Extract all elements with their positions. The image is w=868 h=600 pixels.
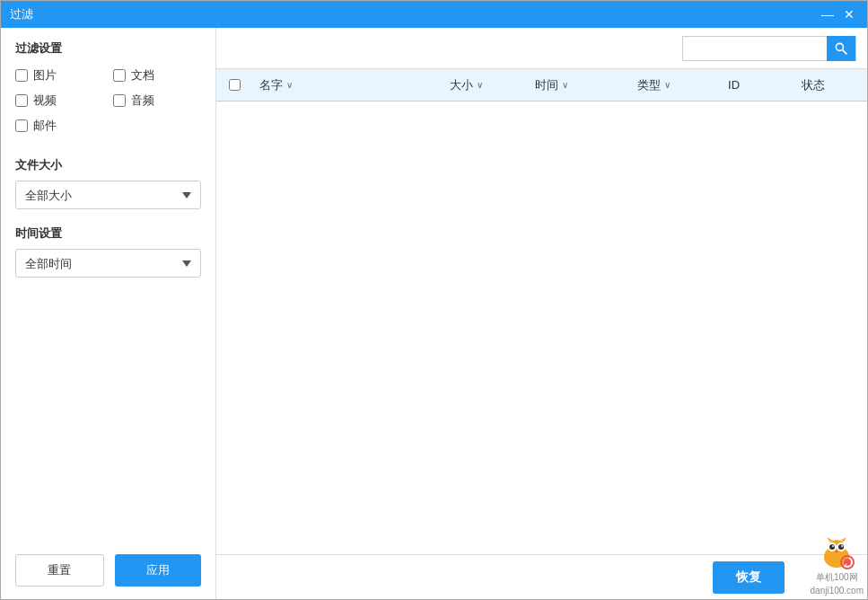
window-controls: — ✕	[819, 5, 858, 23]
apply-button[interactable]: 应用	[115, 554, 202, 587]
checkbox-image[interactable]: 图片	[15, 67, 104, 84]
checkbox-mail[interactable]: 邮件	[15, 118, 104, 134]
checkbox-image-label: 图片	[33, 67, 57, 84]
th-time[interactable]: 时间 ∨	[528, 77, 630, 93]
minimize-button[interactable]: —	[819, 5, 837, 23]
svg-marker-12	[840, 537, 846, 542]
svg-text:+: +	[845, 561, 848, 567]
th-size-chevron: ∨	[477, 80, 483, 90]
table-body	[216, 101, 867, 554]
th-size-label: 大小	[450, 77, 473, 93]
window-title: 过滤	[10, 6, 819, 22]
file-size-select[interactable]: 全部大小 小于1MB 1MB-10MB 大于10MB	[15, 181, 201, 209]
th-name-label: 名字	[259, 77, 283, 93]
svg-point-9	[841, 545, 843, 547]
checkbox-audio-input[interactable]	[113, 94, 126, 107]
content-area: 过滤设置 图片 文档 视频 音频	[1, 28, 867, 599]
watermark-icon: +	[817, 537, 856, 569]
th-type-label: 类型	[637, 77, 661, 93]
select-all-checkbox[interactable]	[229, 79, 241, 91]
checkbox-doc-label: 文档	[131, 67, 154, 84]
time-settings-section: 时间设置 全部时间 今天 最近一周 最近一月	[15, 225, 201, 278]
th-size[interactable]: 大小 ∨	[443, 77, 528, 93]
watermark-area: + 单机100网 danji100.com	[811, 537, 864, 596]
time-select[interactable]: 全部时间 今天 最近一周 最近一月	[15, 249, 201, 278]
checkbox-audio-label: 音频	[131, 93, 154, 109]
checkbox-video[interactable]: 视频	[15, 93, 104, 109]
reset-button[interactable]: 重置	[15, 554, 104, 587]
watermark-domain: danji100.com	[811, 586, 864, 596]
search-box	[682, 36, 856, 61]
recover-button[interactable]: 恢复	[713, 561, 785, 594]
svg-line-1	[843, 49, 847, 54]
th-status-label: 状态	[802, 77, 825, 93]
th-checkbox[interactable]	[216, 79, 252, 91]
checkbox-video-label: 视频	[33, 93, 57, 109]
checkbox-video-input[interactable]	[15, 94, 28, 107]
svg-marker-11	[827, 537, 833, 542]
svg-point-6	[829, 544, 835, 550]
checkbox-image-input[interactable]	[15, 69, 28, 82]
sidebar-bottom-buttons: 重置 应用	[15, 540, 201, 587]
sidebar: 过滤设置 图片 文档 视频 音频	[1, 28, 216, 599]
checkbox-audio[interactable]: 音频	[113, 93, 202, 109]
svg-point-7	[838, 544, 844, 550]
toolbar	[216, 28, 867, 69]
filter-settings-title: 过滤设置	[15, 40, 201, 57]
time-settings-label: 时间设置	[15, 225, 201, 242]
table-header: 名字 ∨ 大小 ∨ 时间 ∨ 类型 ∨ ID	[216, 69, 867, 101]
th-id-label: ID	[728, 78, 740, 92]
checkbox-doc[interactable]: 文档	[113, 67, 202, 84]
search-button[interactable]	[827, 36, 855, 61]
filter-checkboxes: 图片 文档 视频 音频 邮件	[15, 67, 201, 134]
th-type-chevron: ∨	[664, 80, 671, 90]
th-time-label: 时间	[535, 77, 558, 93]
th-type[interactable]: 类型 ∨	[630, 77, 721, 93]
watermark-site: 单机100网	[816, 571, 858, 584]
search-input[interactable]	[683, 37, 827, 60]
th-name-chevron: ∨	[286, 80, 293, 90]
checkbox-mail-input[interactable]	[15, 119, 28, 132]
th-name[interactable]: 名字 ∨	[252, 77, 443, 93]
svg-point-0	[836, 43, 843, 50]
title-bar: 过滤 — ✕	[1, 1, 867, 28]
th-status: 状态	[794, 77, 867, 93]
search-icon	[834, 41, 848, 56]
th-time-chevron: ∨	[562, 80, 568, 90]
main-window: 过滤 — ✕ 过滤设置 图片 文档 视频	[0, 0, 868, 600]
checkbox-mail-label: 邮件	[33, 118, 57, 134]
file-size-label: 文件大小	[15, 157, 201, 173]
checkbox-doc-input[interactable]	[113, 69, 126, 82]
svg-point-8	[832, 545, 834, 547]
file-size-section: 文件大小 全部大小 小于1MB 1MB-10MB 大于10MB	[15, 157, 201, 209]
th-id: ID	[721, 78, 793, 92]
close-button[interactable]: ✕	[840, 5, 858, 23]
main-panel: 名字 ∨ 大小 ∨ 时间 ∨ 类型 ∨ ID	[216, 28, 867, 599]
footer-bar: 恢复	[216, 554, 867, 599]
